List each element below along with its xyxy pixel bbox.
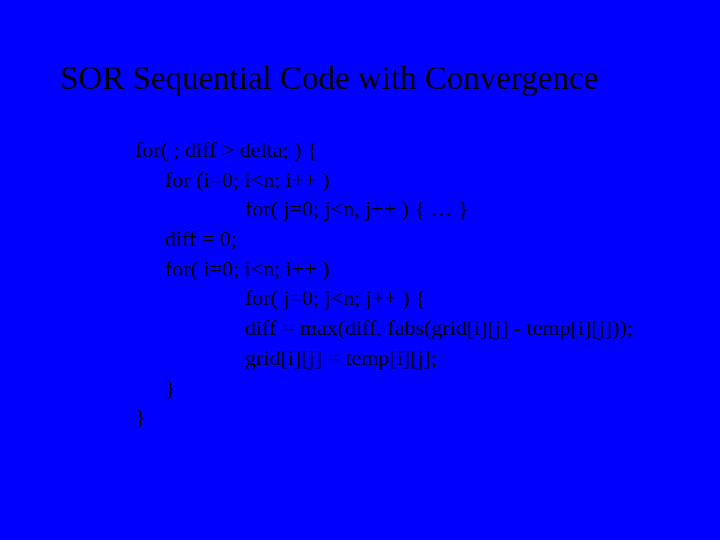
code-line: diff = max(diff, fabs(grid[i][j] - temp[… — [245, 313, 720, 343]
slide: SOR Sequential Code with Convergence for… — [0, 0, 720, 540]
code-line: grid[i][j] = temp[i][j]; — [245, 343, 720, 373]
code-line: for( ; diff > delta; ) { — [135, 135, 720, 165]
code-line: } — [135, 402, 720, 432]
slide-title: SOR Sequential Code with Convergence — [60, 60, 720, 97]
code-line: for (i=0; i<n; i++ ) — [165, 165, 720, 195]
code-line: diff = 0; — [165, 224, 720, 254]
code-block: for( ; diff > delta; ) { for (i=0; i<n; … — [135, 135, 720, 432]
code-line: } — [165, 373, 720, 403]
code-line: for( j=0; j<n; j++ ) { — [245, 283, 720, 313]
code-line: for( j=0; j<n, j++ ) { … } — [245, 194, 720, 224]
code-line: for( i=0; i<n; i++ ) — [165, 254, 720, 284]
